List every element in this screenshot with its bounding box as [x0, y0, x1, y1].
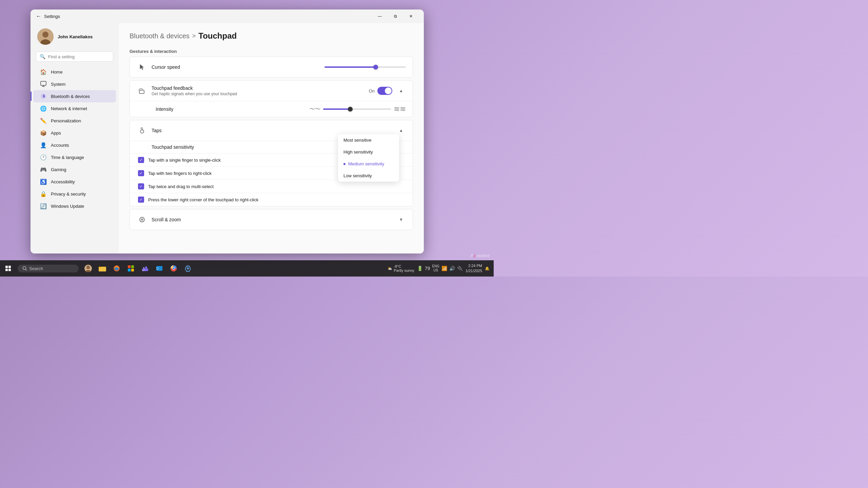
taskbar-teams-icon[interactable] [138, 262, 152, 275]
search-box[interactable]: 🔍 [36, 52, 113, 62]
breadcrumb-current: Touchpad [198, 31, 237, 41]
touchpad-feedback-toggle[interactable] [377, 87, 392, 95]
checkbox-two[interactable]: ✓ [138, 170, 144, 176]
taskbar-chrome-icon[interactable] [167, 262, 180, 275]
battery-pct: 79 [425, 266, 430, 271]
clock[interactable]: 2:24 PM 1/21/2025 [466, 263, 482, 274]
sidebar-item-apps[interactable]: 📦 Apps [33, 127, 116, 139]
home-icon: 🏠 [40, 68, 47, 75]
cursor-speed-slider[interactable] [324, 66, 406, 68]
sidebar-item-label: Windows Update [51, 204, 84, 209]
sidebar-item-label: Time & language [51, 155, 84, 160]
toggle-on-label: On [369, 88, 375, 94]
user-section[interactable]: John Kanellakos [31, 23, 119, 50]
battery-status-icon[interactable]: 🔌 [457, 266, 463, 271]
checkbox-corner[interactable]: ✓ [138, 197, 144, 203]
watermark-text: Pocketlint [471, 253, 490, 258]
sidebar-item-accounts[interactable]: 👤 Accounts [33, 139, 116, 151]
svg-rect-23 [131, 265, 134, 268]
svg-rect-11 [8, 266, 11, 268]
search-input[interactable] [48, 54, 110, 59]
taskbar-explorer-icon[interactable] [96, 262, 109, 275]
volume-icon[interactable]: 🔊 [449, 266, 455, 271]
toggle-thumb [385, 87, 392, 94]
sidebar-item-network[interactable]: 🌐 Network & internet [33, 102, 116, 115]
sidebar-item-label: System [51, 82, 65, 87]
svg-point-14 [23, 267, 26, 270]
sidebar-item-time[interactable]: 🕐 Time & language [33, 151, 116, 163]
sidebar-item-privacy[interactable]: 🔒 Privacy & security [33, 188, 116, 200]
dropdown-item-medium[interactable]: Medium sensitivity [338, 158, 399, 170]
taps-chevron[interactable]: ▲ [396, 126, 406, 135]
dropdown-item-low[interactable]: Low sensitivity [338, 170, 399, 182]
cursor-speed-track[interactable] [324, 66, 406, 68]
dropdown-item-most[interactable]: Most sensitive [338, 134, 399, 146]
taskbar-user-avatar[interactable] [81, 262, 95, 275]
dropdown-item-label: Most sensitive [343, 138, 371, 143]
watermark: Pocketlint [471, 253, 490, 258]
intensity-slider-container: 〜〜 ≋≋ [310, 105, 406, 114]
intensity-low-icon: 〜〜 [310, 106, 320, 113]
sidebar-item-update[interactable]: 🔄 Windows Update [33, 200, 116, 212]
sidebar-item-accessibility[interactable]: ♿ Accessibility [33, 176, 116, 188]
checkmark-icon: ✓ [139, 158, 143, 162]
scroll-zoom-icon [137, 214, 147, 225]
maximize-button[interactable]: ⧉ [388, 11, 403, 22]
cursor-speed-icon [137, 62, 147, 73]
wifi-icon[interactable]: 📶 [441, 266, 447, 271]
sidebar-item-bluetooth[interactable]: Bluetooth & devices [33, 90, 116, 102]
taskbar-search[interactable]: Search [18, 265, 79, 272]
taskbar-firefox-icon[interactable] [110, 262, 123, 275]
cursor-speed-card: Cursor speed [130, 57, 413, 78]
taps-icon [137, 125, 147, 136]
svg-point-17 [86, 266, 90, 269]
intensity-high-icon: ≋≋ [394, 105, 406, 114]
svg-rect-7 [139, 90, 144, 94]
checkbox-drag[interactable]: ✓ [138, 183, 144, 189]
svg-rect-24 [128, 269, 131, 271]
checkbox-single[interactable]: ✓ [138, 157, 144, 163]
nav-list: 🏠 Home System [31, 64, 119, 214]
sensitivity-dropdown: Most sensitive High sensitivity Medium s… [338, 134, 399, 182]
weather-widget[interactable]: ⛅ -8°C Partly sunny [388, 264, 414, 272]
sidebar-item-label: Accessibility [51, 179, 75, 184]
breadcrumb-parent[interactable]: Bluetooth & devices [130, 32, 190, 40]
back-button[interactable]: ← Settings [36, 13, 60, 19]
dropdown-item-high[interactable]: High sensitivity [338, 146, 399, 158]
dropdown-item-label: Low sensitivity [343, 173, 372, 178]
dropdown-item-label: Medium sensitivity [348, 161, 384, 166]
sidebar-item-personalization[interactable]: ✏️ Personalization [33, 115, 116, 127]
cursor-speed-label: Cursor speed [152, 64, 324, 70]
user-name: John Kanellakos [58, 34, 93, 39]
notification-bell-icon[interactable]: 🔔 [485, 266, 490, 271]
scroll-zoom-row[interactable]: Scroll & zoom ▼ [130, 209, 413, 230]
minimize-button[interactable]: — [372, 11, 387, 22]
taskbar-store-icon[interactable] [124, 262, 138, 275]
title-bar: ← Settings — ⧉ ✕ [31, 9, 424, 23]
sidebar-item-home[interactable]: 🏠 Home [33, 66, 116, 78]
scroll-zoom-chevron[interactable]: ▼ [396, 215, 406, 224]
taps-card: Taps ▲ Touchpad sensitivity Most sensiti… [130, 120, 413, 206]
taskbar-outlook-icon[interactable] [153, 262, 166, 275]
svg-point-33 [157, 267, 158, 269]
back-arrow-icon: ← [36, 13, 41, 19]
close-button[interactable]: ✕ [403, 11, 418, 22]
language-indicator[interactable]: ENG US [432, 264, 439, 272]
start-button[interactable] [0, 260, 16, 277]
sidebar-item-gaming[interactable]: 🎮 Gaming [33, 163, 116, 176]
personalization-icon: ✏️ [40, 117, 47, 124]
intensity-track[interactable] [323, 108, 391, 110]
sidebar-item-label: Privacy & security [51, 191, 86, 197]
taskbar-settings-icon[interactable] [181, 262, 195, 275]
weather-details: -8°C Partly sunny [394, 264, 414, 272]
battery-icon[interactable]: 🔋 [417, 266, 423, 271]
sidebar-item-system[interactable]: System [33, 78, 116, 90]
touchpad-feedback-chevron[interactable]: ▲ [396, 86, 406, 96]
apps-icon: 📦 [40, 129, 47, 136]
svg-rect-19 [99, 267, 106, 271]
touchpad-feedback-sublabel: Get haptic signals when you use your tou… [152, 92, 369, 96]
sidebar-item-label: Bluetooth & devices [51, 94, 90, 99]
svg-point-1 [42, 32, 48, 38]
sidebar-item-label: Personalization [51, 118, 81, 123]
system-tray: 🔋 79 ENG US 📶 🔊 🔌 [417, 264, 463, 272]
